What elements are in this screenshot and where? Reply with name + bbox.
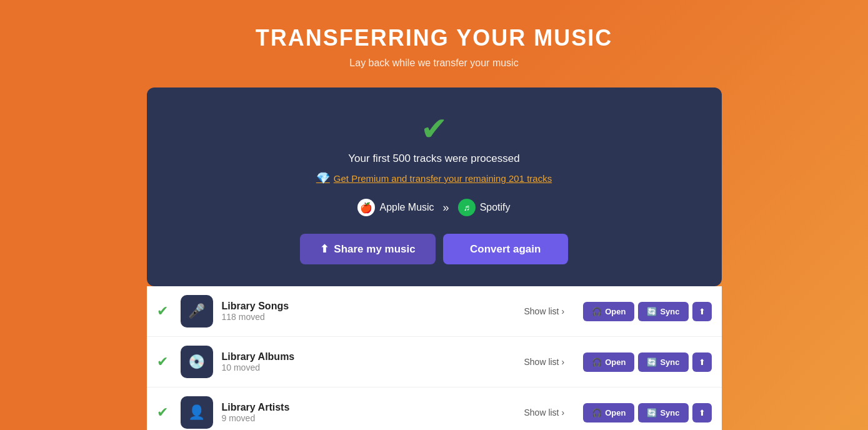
artists-actions: 🎧 Open 🔄 Sync ⬆: [583, 403, 711, 422]
library-artists-name: Library Artists: [222, 402, 516, 413]
songs-share-button[interactable]: ⬆: [692, 302, 712, 321]
action-buttons: ⬆ Share my music Convert again: [300, 234, 567, 264]
albums-open-button[interactable]: 🎧 Open: [583, 352, 634, 372]
show-list-artists-button[interactable]: Show list ›: [524, 408, 564, 418]
library-artists-info: Library Artists 9 moved: [222, 402, 516, 423]
list-container: ✔ 🎤 Library Songs 118 moved Show list › …: [147, 286, 722, 430]
open-label: Open: [605, 408, 626, 418]
open-label: Open: [605, 307, 626, 316]
source-service: 🍎 Apple Music: [357, 199, 434, 216]
apple-icon: 🍎: [357, 199, 375, 216]
page-title: TRANSFERRING YOUR MUSIC: [256, 25, 612, 51]
songs-actions: 🎧 Open 🔄 Sync ⬆: [583, 302, 711, 321]
headphones-icon: 🎧: [592, 307, 602, 316]
processed-text: Your first 500 tracks were processed: [348, 152, 519, 165]
premium-link-text: Get Premium and transfer your remaining …: [334, 173, 552, 184]
sync-icon: 🔄: [647, 358, 657, 367]
library-albums-info: Library Albums 10 moved: [222, 351, 516, 372]
songs-open-button[interactable]: 🎧 Open: [583, 302, 634, 321]
share-music-label: Share my music: [334, 243, 415, 256]
show-list-albums-label: Show list: [524, 357, 559, 367]
convert-again-label: Convert again: [470, 243, 541, 255]
albums-sync-button[interactable]: 🔄 Sync: [638, 352, 688, 372]
item-checkmark: ✔: [157, 303, 172, 319]
show-list-songs-button[interactable]: Show list ›: [524, 306, 564, 316]
main-card: ✔ Your first 500 tracks were processed 💎…: [147, 88, 722, 286]
share-icon-small: ⬆: [699, 307, 706, 316]
sync-label: Sync: [660, 408, 679, 418]
open-label: Open: [605, 358, 626, 367]
success-checkmark: ✔: [421, 112, 448, 145]
show-list-artists-label: Show list: [524, 408, 559, 418]
library-albums-count: 10 moved: [222, 362, 516, 372]
list-item: ✔ 💿 Library Albums 10 moved Show list › …: [147, 337, 722, 388]
artists-open-button[interactable]: 🎧 Open: [583, 403, 634, 422]
headphones-icon: 🎧: [592, 408, 602, 418]
show-list-albums-button[interactable]: Show list ›: [524, 357, 564, 367]
library-albums-icon: 💿: [181, 346, 213, 378]
library-artists-icon: 👤: [181, 396, 213, 429]
library-songs-count: 118 moved: [222, 312, 516, 322]
source-service-label: Apple Music: [379, 202, 434, 213]
page-subtitle: Lay back while we transfer your music: [349, 58, 518, 69]
artists-share-button[interactable]: ⬆: [692, 403, 712, 422]
artists-sync-button[interactable]: 🔄 Sync: [638, 403, 688, 422]
sync-icon: 🔄: [647, 408, 657, 418]
sync-label: Sync: [660, 307, 679, 316]
sync-icon: 🔄: [647, 307, 657, 316]
transfer-row: 🍎 Apple Music » ♬ Spotify: [357, 199, 510, 216]
item-checkmark: ✔: [157, 354, 172, 370]
list-item: ✔ 👤 Library Artists 9 moved Show list › …: [147, 388, 722, 430]
library-songs-icon: 🎤: [181, 295, 213, 328]
dest-service: ♬ Spotify: [458, 199, 511, 216]
library-songs-name: Library Songs: [222, 301, 516, 312]
share-icon-small: ⬆: [699, 408, 706, 418]
show-list-songs-label: Show list: [524, 306, 559, 316]
albums-actions: 🎧 Open 🔄 Sync ⬆: [583, 352, 711, 372]
premium-link[interactable]: 💎 Get Premium and transfer your remainin…: [316, 171, 552, 185]
dest-service-label: Spotify: [480, 202, 511, 213]
headphones-icon: 🎧: [592, 358, 602, 367]
arrow-icon: »: [443, 201, 449, 214]
chevron-right-icon: ›: [562, 357, 565, 367]
share-icon-small: ⬆: [699, 358, 706, 367]
share-icon: ⬆: [320, 242, 329, 256]
list-item: ✔ 🎤 Library Songs 118 moved Show list › …: [147, 286, 722, 337]
library-songs-info: Library Songs 118 moved: [222, 301, 516, 322]
share-music-button[interactable]: ⬆ Share my music: [300, 234, 435, 264]
spotify-icon: ♬: [458, 199, 476, 216]
library-albums-name: Library Albums: [222, 351, 516, 362]
sync-label: Sync: [660, 358, 679, 367]
item-checkmark: ✔: [157, 404, 172, 421]
chevron-right-icon: ›: [562, 306, 565, 316]
convert-again-button[interactable]: Convert again: [443, 234, 568, 264]
albums-share-button[interactable]: ⬆: [692, 352, 712, 372]
premium-icon: 💎: [316, 171, 330, 185]
songs-sync-button[interactable]: 🔄 Sync: [638, 302, 688, 321]
chevron-right-icon: ›: [562, 408, 565, 418]
library-artists-count: 9 moved: [222, 413, 516, 423]
